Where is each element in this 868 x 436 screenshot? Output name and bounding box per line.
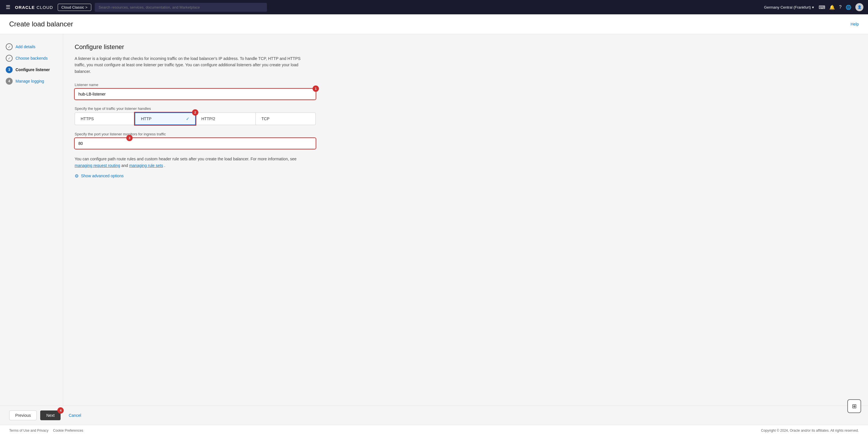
advanced-options-label: Show advanced options: [81, 173, 124, 178]
traffic-type-http2[interactable]: HTTP/2: [195, 112, 256, 125]
bell-icon[interactable]: 🔔: [829, 5, 835, 10]
topnav-icons-group: ⌨ 🔔 ? 🌐 👤: [818, 3, 863, 11]
help-icon[interactable]: ?: [839, 5, 842, 10]
region-selector[interactable]: Germany Central (Frankfurt) ▾: [764, 5, 814, 9]
section-description: A listener is a logical entity that chec…: [74, 55, 310, 75]
oracle-wordmark: ORACLE: [15, 5, 35, 10]
listener-name-group: Listener name 1: [74, 82, 857, 100]
advanced-options-toggle[interactable]: ⚙ Show advanced options: [74, 173, 857, 179]
traffic-type-http[interactable]: HTTP ✓: [135, 112, 195, 125]
terms-link[interactable]: Terms of Use and Privacy: [9, 429, 49, 433]
help-widget-icon: ⊞: [852, 403, 857, 410]
oracle-logo: ORACLE Cloud: [15, 5, 53, 10]
port-label: Specify the port your listener monitors …: [74, 132, 857, 136]
traffic-type-label: Specify the type of traffic your listene…: [74, 106, 857, 111]
traffic-types-selector: HTTPS HTTP ✓ HTTP/2 TCP: [74, 112, 316, 125]
sidebar-label-choose-backends: Choose backends: [16, 56, 48, 61]
cloud-wordmark: Cloud: [36, 5, 53, 10]
sidebar-item-manage-logging[interactable]: 4 Manage logging: [5, 75, 58, 87]
help-widget[interactable]: ⊞: [847, 399, 861, 413]
sidebar-item-add-details[interactable]: ✓ Add details: [5, 41, 58, 53]
sidebar-label-add-details: Add details: [16, 44, 35, 49]
sliders-icon: ⚙: [74, 173, 79, 179]
sidebar-item-configure-listener[interactable]: 3 Configure listener: [5, 64, 58, 75]
info-text-section: You can configure path route rules and c…: [74, 156, 310, 169]
cancel-button[interactable]: Cancel: [64, 411, 86, 420]
cookie-preferences-link[interactable]: Cookie Preferences: [53, 429, 83, 433]
main-content: Configure listener A listener is a logic…: [63, 34, 868, 406]
region-label: Germany Central (Frankfurt): [764, 5, 811, 9]
hamburger-menu-icon[interactable]: ☰: [5, 3, 11, 11]
top-navigation: ☰ ORACLE Cloud Cloud Classic > Germany C…: [0, 0, 868, 14]
traffic-type-https[interactable]: HTTPS: [74, 112, 135, 125]
step-check-1: ✓: [6, 43, 12, 50]
global-search-input[interactable]: [95, 3, 267, 12]
globe-icon[interactable]: 🌐: [846, 5, 851, 10]
topnav-right-section: Germany Central (Frankfurt) ▾ ⌨ 🔔 ? 🌐 👤: [764, 3, 863, 11]
sidebar-item-choose-backends[interactable]: ✓ Choose backends: [5, 53, 58, 64]
port-input[interactable]: [74, 138, 316, 149]
sidebar-label-manage-logging: Manage logging: [16, 79, 44, 83]
code-icon[interactable]: ⌨: [818, 5, 825, 10]
content-area: ✓ Add details ✓ Choose backends 3 Config…: [0, 34, 868, 406]
traffic-type-group: Specify the type of traffic your listene…: [74, 106, 857, 125]
listener-name-label: Listener name: [74, 82, 857, 87]
http-selected-checkmark: ✓: [186, 116, 189, 121]
step-check-2: ✓: [6, 55, 12, 62]
port-group: Specify the port your listener monitors …: [74, 132, 857, 149]
sidebar: ✓ Add details ✓ Choose backends 3 Config…: [0, 34, 63, 406]
bottom-action-bar: Previous Next 4 Cancel: [0, 406, 868, 425]
user-avatar[interactable]: 👤: [856, 3, 863, 11]
info-text-main: You can configure path route rules and c…: [74, 157, 297, 161]
sidebar-label-configure-listener: Configure listener: [16, 67, 50, 72]
previous-button[interactable]: Previous: [9, 410, 37, 420]
next-button[interactable]: Next: [40, 410, 61, 420]
step-num-4: 4: [6, 78, 12, 85]
listener-name-input[interactable]: [74, 89, 316, 100]
page-footer: Terms of Use and Privacy Cookie Preferen…: [0, 425, 868, 436]
copyright-text: Copyright © 2024, Oracle and/or its affi…: [761, 429, 859, 433]
managing-rule-sets-link[interactable]: managing rule sets: [129, 163, 163, 168]
page-header: Create load balancer Help: [0, 14, 868, 34]
info-text-period: .: [164, 163, 165, 168]
managing-request-routing-link[interactable]: managing request routing: [74, 163, 120, 168]
section-title: Configure listener: [74, 43, 857, 51]
info-text-and: and: [121, 163, 129, 168]
region-chevron-icon: ▾: [812, 5, 814, 9]
step-num-3: 3: [6, 66, 12, 73]
help-link[interactable]: Help: [850, 22, 859, 26]
cloud-classic-button[interactable]: Cloud Classic >: [58, 4, 91, 11]
footer-links: Terms of Use and Privacy Cookie Preferen…: [9, 429, 83, 433]
traffic-type-tcp[interactable]: TCP: [255, 112, 316, 125]
page-title: Create load balancer: [9, 20, 73, 28]
main-wrapper: Create load balancer Help ✓ Add details …: [0, 14, 868, 436]
